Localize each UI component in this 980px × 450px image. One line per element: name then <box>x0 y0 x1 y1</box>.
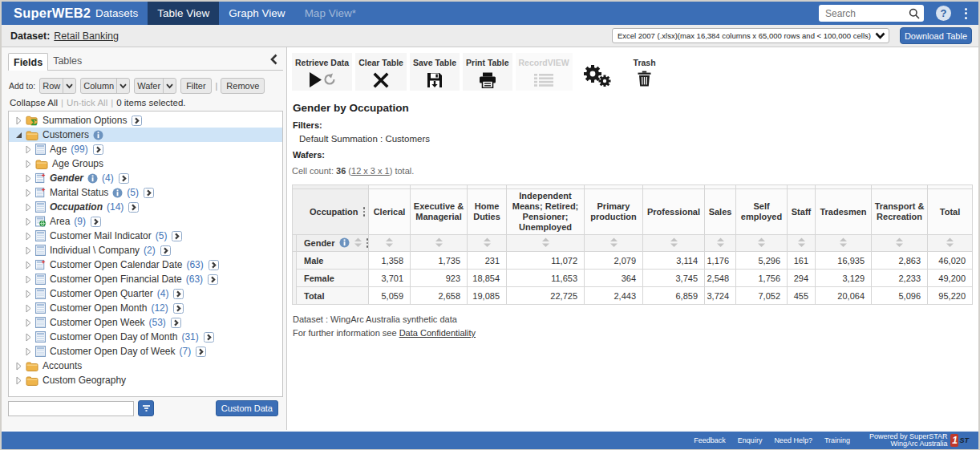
trash-button[interactable]: Trash <box>634 53 656 90</box>
collapse-sidebar-icon[interactable] <box>269 54 278 68</box>
tree-collapsed-icon[interactable] <box>24 318 32 327</box>
add-to-wafer-button[interactable]: Wafer <box>134 78 176 94</box>
sort-cell[interactable] <box>788 235 816 252</box>
tree-collapsed-icon[interactable] <box>24 217 32 226</box>
field-action-arrow-icon[interactable] <box>132 116 142 126</box>
tree-collapsed-icon[interactable] <box>24 232 32 241</box>
tab-fields[interactable]: Fields <box>8 53 48 71</box>
sort-cell[interactable] <box>872 235 928 252</box>
tree-item-customer-open-quarter[interactable]: Customer Open Quarter(4) <box>9 286 282 301</box>
tree-item-age-groups[interactable]: Age Groups <box>9 156 282 171</box>
tree-collapsed-icon[interactable] <box>24 160 32 168</box>
retrieve-data-button[interactable]: Retrieve Data <box>292 53 352 91</box>
column-header[interactable]: Total <box>928 189 973 235</box>
sort-icon[interactable] <box>354 237 362 249</box>
field-action-arrow-icon[interactable] <box>173 303 184 314</box>
tree-item-gender[interactable]: Gender(4) <box>9 171 282 185</box>
export-format-select[interactable]: Excel 2007 (.xlsx)(max 16,384 columns x … <box>612 28 889 43</box>
info-icon[interactable] <box>93 130 103 140</box>
custom-data-button[interactable]: Custom Data <box>216 400 278 416</box>
info-icon[interactable] <box>112 188 123 198</box>
remove-button[interactable]: Remove <box>221 78 265 94</box>
tree-collapsed-icon[interactable] <box>24 203 32 212</box>
sort-cell[interactable] <box>705 235 736 252</box>
print-table-button[interactable]: Print Table <box>463 53 512 91</box>
tree-item-custom-geography[interactable]: Custom Geography <box>9 373 282 387</box>
tree-item-age[interactable]: Age(99) <box>9 142 282 156</box>
footer-link-need-help[interactable]: Need Help? <box>774 436 812 444</box>
add-to-row-button[interactable]: Row <box>39 78 76 94</box>
tree-item-customer-open-day-of-week[interactable]: Customer Open Day of Week(7) <box>9 344 282 359</box>
column-header[interactable]: Professional <box>643 189 705 235</box>
tree-collapsed-icon[interactable] <box>24 189 32 197</box>
tree-collapsed-icon[interactable] <box>24 290 32 298</box>
field-action-arrow-icon[interactable] <box>160 245 171 256</box>
field-action-arrow-icon[interactable] <box>144 188 154 198</box>
sort-cell[interactable] <box>369 235 411 252</box>
field-action-arrow-icon[interactable] <box>196 347 206 357</box>
row-label[interactable]: Male <box>297 252 369 270</box>
footer-link-training[interactable]: Training <box>824 436 850 444</box>
tree-collapsed-icon[interactable] <box>24 261 32 270</box>
column-header[interactable]: Independent Means; Retired; Pensioner; U… <box>507 189 585 235</box>
tree-collapsed-icon[interactable] <box>24 275 32 284</box>
sort-cell[interactable] <box>643 235 705 252</box>
tree-collapsed-icon[interactable] <box>24 347 32 356</box>
tree-collapsed-icon[interactable] <box>24 304 32 313</box>
field-action-arrow-icon[interactable] <box>171 318 181 328</box>
search-input[interactable] <box>819 8 908 19</box>
column-header[interactable]: Clerical <box>369 189 411 235</box>
tree-item-customer-open-week[interactable]: Customer Open Week(53) <box>9 315 282 330</box>
nav-tab-table-view[interactable]: Table View <box>148 2 219 25</box>
column-header[interactable]: Tradesmen <box>816 189 872 235</box>
tree-item-customer-open-calendar-date[interactable]: Customer Open Calendar Date(63) <box>9 257 282 272</box>
chevron-down-icon[interactable] <box>116 79 129 93</box>
field-action-arrow-icon[interactable] <box>119 173 129 184</box>
tree-item-accounts[interactable]: Accounts <box>9 359 282 373</box>
column-header[interactable]: Home Duties <box>468 189 507 235</box>
tree-item-individual-company[interactable]: Individual \ Company(2) <box>9 243 282 257</box>
column-header[interactable]: Sales <box>705 189 736 235</box>
tree-collapsed-icon[interactable] <box>24 145 32 154</box>
column-header[interactable]: Executive & Managerial <box>411 189 468 235</box>
tree-item-marital-status[interactable]: Marital Status(5) <box>9 185 282 200</box>
tree-item-customers[interactable]: Customers <box>9 128 282 142</box>
settings-gears-icon[interactable] <box>582 64 611 90</box>
dataset-link[interactable]: Retail Banking <box>54 30 119 42</box>
tree-collapsed-icon[interactable] <box>14 116 22 125</box>
field-action-arrow-icon[interactable] <box>209 260 219 270</box>
column-header[interactable]: Staff <box>788 189 816 235</box>
field-action-arrow-icon[interactable] <box>93 144 103 155</box>
info-icon[interactable] <box>339 237 350 249</box>
download-table-button[interactable]: Download Table <box>900 27 972 44</box>
tree-item-occupation[interactable]: Occupation(14) <box>9 200 282 214</box>
column-dimension-header[interactable]: Occupation <box>293 189 369 235</box>
sort-cell[interactable] <box>928 235 973 252</box>
tree-item-customer-open-day-of-month[interactable]: Customer Open Day of Month(31) <box>9 330 282 344</box>
row-menu-icon[interactable] <box>366 238 369 248</box>
field-action-arrow-icon[interactable] <box>208 274 218 285</box>
tree-collapsed-icon[interactable] <box>14 376 22 385</box>
field-action-arrow-icon[interactable] <box>91 217 101 227</box>
footer-link-feedback[interactable]: Feedback <box>694 436 726 444</box>
collapse-all-link[interactable]: Collapse All <box>10 98 58 107</box>
footer-link-enquiry[interactable]: Enquiry <box>738 436 763 444</box>
tab-tables[interactable]: Tables <box>48 52 87 70</box>
overflow-menu-icon[interactable] <box>963 6 969 21</box>
tree-collapsed-icon[interactable] <box>14 362 22 371</box>
column-header[interactable]: Transport & Recreation <box>872 189 928 235</box>
field-action-arrow-icon[interactable] <box>173 289 184 299</box>
nav-tab-datasets[interactable]: Datasets <box>86 2 148 25</box>
search-icon[interactable] <box>908 8 924 19</box>
tree-item-area[interactable]: Area(9) <box>9 214 282 229</box>
tree-collapsed-icon[interactable] <box>24 333 32 342</box>
sort-cell[interactable] <box>585 235 643 252</box>
cell-count-link[interactable]: 12 x 3 x 1 <box>351 166 390 176</box>
tree-collapsed-icon[interactable] <box>24 174 32 183</box>
clear-table-button[interactable]: Clear Table <box>355 53 407 91</box>
sort-cell[interactable] <box>411 235 468 252</box>
tree-item-summation-options[interactable]: ΣSummation Options <box>9 113 282 128</box>
add-to-column-button[interactable]: Column <box>80 78 130 94</box>
save-table-button[interactable]: Save Table <box>410 53 460 91</box>
sort-cell[interactable] <box>816 235 872 252</box>
